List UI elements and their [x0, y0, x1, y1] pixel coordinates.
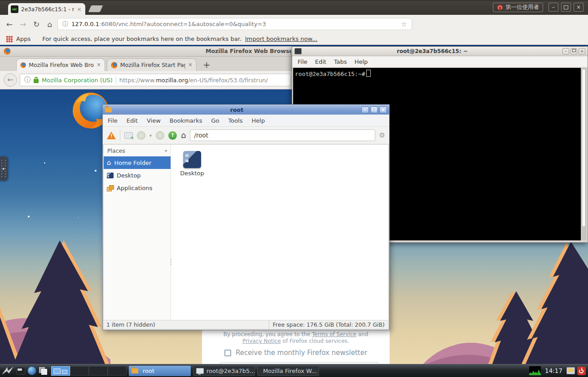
novnc-favicon: VNC	[11, 5, 18, 13]
chevron-down-icon: ▾	[165, 148, 167, 153]
terms-of-service-link[interactable]: Terms of Service	[312, 331, 356, 337]
star-dot	[28, 216, 30, 217]
new-tab-button[interactable]	[88, 5, 103, 12]
new-tab-icon[interactable]: +	[203, 59, 211, 70]
window-maximize-button[interactable]	[561, 3, 571, 12]
page-info-icon[interactable]: ⓘ	[24, 76, 31, 84]
file-manager-window: root – × File Edit View Bookmarks Go Too…	[102, 104, 390, 330]
workspace-1[interactable]	[51, 366, 70, 376]
desktop-folder-icon	[183, 151, 201, 168]
menu-help[interactable]: Help	[355, 58, 368, 65]
privacy-notice-link[interactable]: Privacy Notice	[242, 338, 281, 344]
page-info-icon[interactable]: ⓘ	[62, 20, 68, 28]
sidebar-item-desktop[interactable]: Desktop	[104, 169, 171, 182]
profile-badge[interactable]: 第一位使用者	[493, 3, 543, 12]
newsletter-checkbox[interactable]	[224, 350, 231, 356]
vnc-desktop: By proceeding, you agree to the Terms of…	[0, 45, 588, 377]
power-icon[interactable]	[577, 367, 586, 375]
browser-tab[interactable]: VNC 2e3a7b566c15:1 - noVNC ×	[8, 3, 85, 15]
taskbar-task-firefox[interactable]: Mozilla Firefox W...	[257, 366, 319, 376]
back-icon[interactable]	[137, 131, 145, 140]
new-tab-icon[interactable]: +	[124, 132, 133, 139]
import-bookmarks-link[interactable]: Import bookmarks now...	[245, 35, 317, 42]
bookmarks-bar: Apps For quick access, place your bookma…	[0, 33, 588, 45]
up-icon[interactable]: ↑	[168, 131, 177, 140]
maximize-icon	[372, 107, 376, 111]
places-label: Places	[107, 147, 125, 154]
fm-maximize-button[interactable]	[370, 106, 378, 113]
show-desktop-icon[interactable]	[16, 367, 25, 375]
chevron-down-icon[interactable]: ▾	[149, 133, 152, 138]
home-icon[interactable]: ⌂	[181, 131, 186, 139]
lxde-menu-icon[interactable]	[1, 366, 14, 376]
tab-label: Mozilla Firefox Start Page	[120, 62, 185, 68]
taskbar-task-terminal[interactable]: root@2e3a7b5...	[193, 366, 255, 376]
web-browser-icon[interactable]	[27, 366, 36, 375]
sidebar-item-home-folder[interactable]: ⌂ Home Folder	[104, 156, 171, 169]
terminal-titlebar[interactable]: root@2e3a7b566c15: ~ – ×	[292, 47, 588, 56]
menu-help[interactable]: Help	[252, 117, 265, 124]
terminal-maximize-button[interactable]	[570, 48, 577, 54]
identity-label[interactable]: Mozilla Corporation (US)	[42, 77, 113, 84]
close-tab-icon[interactable]: ×	[97, 62, 101, 68]
fm-close-button[interactable]: ×	[379, 106, 387, 113]
task-label: Mozilla Firefox W...	[263, 368, 317, 374]
close-tab-icon[interactable]: ×	[188, 62, 193, 68]
window-close-button[interactable]: ×	[574, 3, 584, 12]
terminal-close-button[interactable]: ×	[579, 48, 585, 54]
file-manager-titlebar[interactable]: root – ×	[103, 105, 389, 115]
terminal-minimize-button[interactable]: –	[562, 48, 569, 54]
menu-tabs[interactable]: Tabs	[334, 58, 347, 65]
menu-file[interactable]: File	[108, 117, 118, 124]
terminal-title: root@2e3a7b566c15: ~	[303, 48, 561, 54]
firefox-icon	[20, 62, 26, 69]
menu-edit[interactable]: Edit	[127, 117, 138, 124]
folder-icon	[132, 368, 138, 373]
forward-icon[interactable]: →	[17, 18, 29, 30]
menu-file[interactable]: File	[298, 58, 307, 65]
firefox-tab[interactable]: Mozilla Firefox Start Page ×	[107, 58, 197, 71]
firefox-address-bar[interactable]: ⓘ Mozilla Corporation (US) https://www.m…	[20, 74, 291, 86]
menu-go[interactable]: Go	[211, 117, 219, 124]
file-list-pane[interactable]: Desktop	[171, 145, 388, 320]
url-rest: :6080/vnc.html?autoconnect=1&autoscale=0…	[99, 21, 266, 27]
file-item-desktop[interactable]: Desktop	[177, 151, 207, 177]
side-pane-gear-icon[interactable]: ⚙	[379, 131, 385, 139]
taskbar-task-root[interactable]: root	[129, 366, 191, 376]
places-header[interactable]: Places ▾	[104, 145, 171, 156]
menu-tools[interactable]: Tools	[228, 117, 242, 124]
warning-icon[interactable]: !	[107, 132, 116, 139]
file-manager-title: root	[114, 106, 360, 113]
workspace-4[interactable]	[108, 366, 127, 376]
workspace-2[interactable]	[70, 366, 89, 376]
scrollbar-thumb[interactable]	[582, 69, 586, 227]
fm-minimize-button[interactable]: –	[361, 106, 369, 113]
sidebar-item-applications[interactable]: Applications	[104, 182, 171, 194]
terminal-scrollbar[interactable]	[581, 68, 587, 240]
workspace-3[interactable]	[89, 366, 108, 376]
apps-label[interactable]: Apps	[16, 35, 31, 42]
address-bar[interactable]: ⓘ 127.0.0.1:6080/vnc.html?autoconnect=1&…	[57, 18, 412, 30]
forward-icon[interactable]	[156, 131, 164, 140]
browser-titlebar: VNC 2e3a7b566c15:1 - noVNC × 第一位使用者 – ×	[0, 0, 588, 15]
maximize-icon	[572, 49, 576, 52]
window-minimize-button[interactable]: –	[549, 3, 558, 12]
bookmark-star-icon[interactable]: ☆	[401, 20, 407, 28]
home-icon[interactable]: ⌂	[44, 18, 56, 30]
menu-view[interactable]: View	[147, 117, 161, 124]
profile-avatar-icon	[497, 4, 503, 10]
close-tab-icon[interactable]: ×	[77, 6, 82, 12]
menu-edit[interactable]: Edit	[315, 58, 326, 65]
back-icon[interactable]: ←	[4, 18, 15, 30]
menu-bookmarks[interactable]: Bookmarks	[170, 117, 202, 124]
firefox-icon	[4, 48, 11, 55]
iconify-windows-icon[interactable]	[39, 367, 48, 375]
novnc-control-handle[interactable]: ▸	[0, 156, 8, 181]
firefox-tab-active[interactable]: Mozilla Firefox Web Browser ×	[16, 58, 105, 71]
apps-grid-icon[interactable]	[6, 36, 13, 42]
path-bar[interactable]: /root	[190, 129, 375, 141]
back-icon[interactable]: ←	[4, 73, 17, 87]
reload-icon[interactable]: ↻	[31, 18, 42, 30]
display-settings-icon[interactable]	[566, 367, 575, 374]
expand-arrow-icon: ▸	[3, 166, 5, 171]
